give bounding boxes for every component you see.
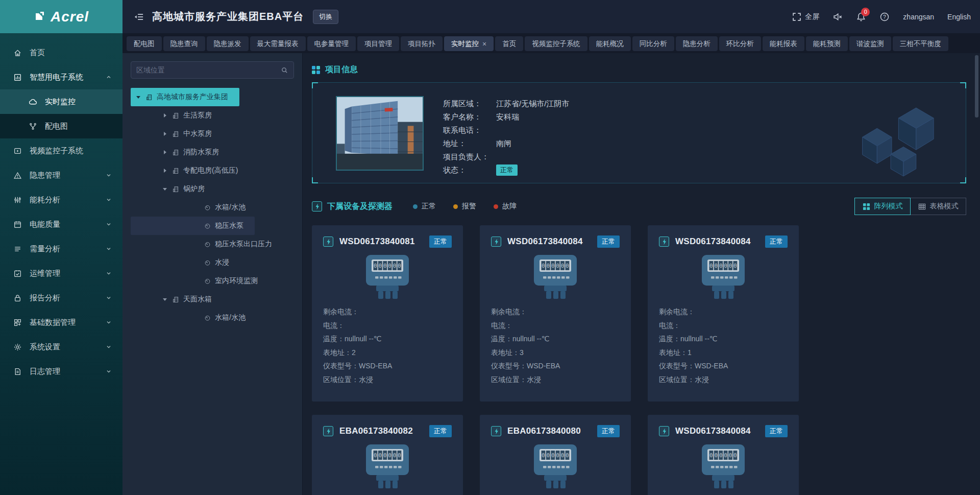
tab-label: 同比分析 [640,39,667,49]
caret-icon[interactable] [161,169,168,173]
sidebar-item-components[interactable]: 基础数据管理 [0,310,122,335]
device-field-line: 区域位置：水浸 [659,373,788,387]
sidebar-item-home[interactable]: 首页 [0,40,122,65]
tab[interactable]: 电参量管理 [307,36,356,51]
fullscreen-label: 全屏 [805,12,819,21]
tab-label: 隐患查询 [170,39,198,49]
sidebar-item-calendar-check[interactable]: 运维管理 [0,261,122,286]
tree-node[interactable]: 稳压水泵出口压力 [131,235,283,253]
mode-button-grid[interactable]: 阵列模式 [854,198,911,215]
collapse-menu-icon[interactable] [134,12,144,22]
svg-text:0: 0 [566,263,569,269]
device-card[interactable]: WSD06173840084 正常 000 000 [648,415,799,495]
main-content: 项目信息 [302,53,980,495]
tree-node[interactable]: 水箱/水池 [131,309,257,327]
tab[interactable]: 项目管理 [357,36,399,51]
sidebar-item-calendar[interactable]: 电能质量 [0,212,122,237]
tab-label: 配电图 [134,39,155,49]
device-card[interactable]: EBA06173840082 正常 000 000 [312,415,463,495]
legend-label: 故障 [502,202,517,211]
mode-button-table[interactable]: 表格模式 [910,198,966,215]
tab[interactable]: 隐患派发 [207,36,249,51]
device-card[interactable]: WSD06173840084 正常 000 000 [480,225,631,402]
project-field-row: 项目负责人： [443,150,569,163]
notifications-button[interactable]: 0 [856,12,866,22]
device-card[interactable]: EBA06173840080 正常 000 000 [480,415,631,495]
tree-node-label: 锅炉房 [183,184,205,194]
tab[interactable]: 配电图 [127,36,162,51]
tab[interactable]: 首页 [495,36,523,51]
sidebar-item-warning[interactable]: 隐患管理 [0,163,122,187]
fullscreen-button[interactable]: 全屏 [792,12,819,22]
username[interactable]: zhangsan [903,13,934,21]
svg-text:0: 0 [378,452,382,459]
tree-node[interactable]: 水浸 [131,253,240,272]
gauge-icon [204,260,211,266]
gear-icon [13,343,22,351]
svg-text:0: 0 [714,452,718,459]
device-field-line: 仪表型号：WSD-EBA [659,359,788,373]
tree-node[interactable]: 生活泵房 [131,106,223,125]
tab[interactable]: 实时监控 × [444,36,494,51]
caret-icon[interactable] [161,188,168,191]
language-switch[interactable]: English [947,13,971,21]
device-field-line: 表地址：1 [659,346,788,360]
sidebar-item-branch[interactable]: 配电图 [0,114,122,138]
sidebar-item-lock[interactable]: 报告分析 [0,286,122,310]
tab[interactable]: 能耗预测 [806,36,848,51]
tab[interactable]: 谐波监测 [849,36,891,51]
sidebar-item-video[interactable]: 视频监控子系统 [0,138,122,163]
tab[interactable]: 环比分析 [719,36,761,51]
device-card[interactable]: WSD06173840081 正常 000 000 [312,225,463,402]
scrollbar[interactable] [975,55,978,117]
svg-text:0: 0 [556,263,559,269]
caret-icon[interactable] [135,96,142,99]
tree-node[interactable]: 锅炉房 [131,180,216,198]
tab[interactable]: 能耗概况 [589,36,631,51]
tree-node[interactable]: 专配电房(高低压) [131,161,249,180]
meter-illustration: 000 000 [659,254,788,302]
help-icon[interactable]: ? [879,12,890,22]
tree-node[interactable]: 水箱/水池 [131,198,257,217]
tree-node-label: 消防水泵房 [183,148,219,157]
sidebar-item-document[interactable]: 日志管理 [0,359,122,384]
caret-icon[interactable] [161,298,168,301]
tree-search-input[interactable] [136,66,281,74]
tree-node[interactable]: 天面水箱 [131,290,223,309]
mute-speaker-icon[interactable] [832,12,843,22]
tab[interactable]: 隐患分析 [676,36,718,51]
device-field-line: 区域位置：水浸 [491,373,620,387]
tree-node-label: 生活泵房 [183,111,212,120]
tab[interactable]: 隐患查询 [163,36,205,51]
sidebar-item-sliders[interactable]: 能耗分析 [0,187,122,212]
sidebar-item-chart[interactable]: 智慧用电子系统 [0,65,122,89]
tab[interactable]: 项目拓扑 [401,36,443,51]
tab[interactable]: 最大需量报表 [250,36,306,51]
tree-node[interactable]: 中水泵房 [131,125,223,143]
device-field-line: 温度：nullnull --℃ [659,332,788,346]
chevron-down-icon [105,270,112,277]
tree-node[interactable]: 消防水泵房 [131,143,230,161]
sidebar-item-gear[interactable]: 系统设置 [0,335,122,359]
caret-icon[interactable] [161,132,168,136]
tab[interactable]: 三相不平衡度 [893,36,948,51]
tree-node[interactable]: 稳压水泵 [131,217,255,235]
caret-icon[interactable] [161,150,168,154]
tree-node[interactable]: 室内环境监测 [131,272,269,290]
tree-node[interactable]: 高地城市服务产业集团 [131,88,239,106]
tab-label: 视频监控子系统 [532,39,580,49]
switch-project-button[interactable]: 切换 [313,10,338,24]
tab[interactable]: 同比分析 [632,36,674,51]
tab[interactable]: 视频监控子系统 [525,36,587,51]
device-card[interactable]: WSD06173840084 正常 000 000 [648,225,799,402]
sidebar-item-cloud[interactable]: 实时监控 [0,89,122,114]
mode-label: 阵列模式 [874,202,903,211]
chart-icon [13,73,22,82]
caret-icon[interactable] [161,113,168,117]
svg-text:0: 0 [733,452,737,459]
sidebar-item-list[interactable]: 需量分析 [0,237,122,261]
svg-text:0: 0 [551,263,555,269]
tab[interactable]: 能耗报表 [763,36,804,51]
tab-close-icon[interactable]: × [482,40,486,48]
search-icon[interactable] [281,66,288,74]
